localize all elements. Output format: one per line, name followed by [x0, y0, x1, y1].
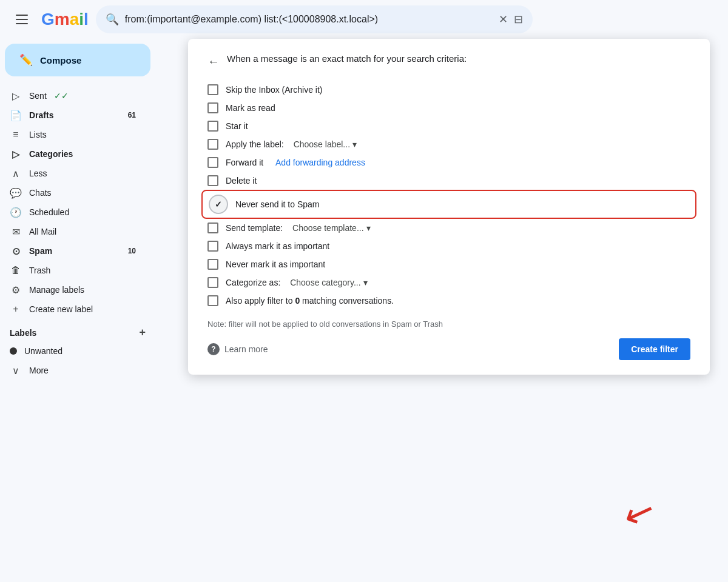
create-filter-button[interactable]: Create filter: [619, 338, 690, 360]
filter-option-send-template: Send template: Choose template... ▾: [207, 219, 690, 237]
help-icon: ?: [207, 343, 220, 355]
category-dropdown[interactable]: Choose category... ▾: [290, 278, 367, 287]
compose-label: Compose: [40, 55, 81, 65]
filter-option-star: Star it: [207, 117, 690, 135]
sidebar-item-lists[interactable]: ≡ Lists: [0, 125, 146, 144]
drafts-icon: 📄: [10, 110, 22, 121]
filter-panel: ← When a message is an exact match for y…: [188, 39, 710, 375]
search-bar: 🔍 from:(important@example.com) list:(<10…: [96, 5, 533, 33]
back-button[interactable]: ←: [207, 55, 220, 69]
sidebar-item-label: Sent: [29, 91, 47, 101]
search-input[interactable]: from:(important@example.com) list:(<1000…: [125, 14, 493, 25]
sidebar-item-less[interactable]: ∧ Less: [0, 164, 146, 183]
filter-option-also-apply: Also apply filter to 0 matching conversa…: [207, 292, 690, 310]
sidebar-item-categories[interactable]: ▷ Categories: [0, 144, 146, 164]
sidebar-item-label: Trash: [29, 266, 50, 275]
chats-icon: 💬: [10, 187, 22, 199]
sidebar-item-allmail[interactable]: ✉ All Mail: [0, 222, 146, 241]
filter-option-skip-inbox: Skip the Inbox (Archive it): [207, 81, 690, 99]
sidebar-item-create-label[interactable]: + Create new label: [0, 299, 146, 319]
sent-icon: ▷: [10, 90, 22, 102]
skip-inbox-checkbox[interactable]: [207, 84, 218, 95]
sidebar-item-label: All Mail: [29, 227, 56, 236]
sidebar-item-unwanted[interactable]: Unwanted: [0, 341, 146, 361]
label-dropdown[interactable]: Choose label... ▾: [294, 139, 357, 149]
sidebar: ✏️ Compose ▷ Sent ✓✓ 📄 Drafts 61 ≡ Lists…: [0, 39, 155, 582]
send-template-text: Send template:: [226, 223, 285, 233]
sidebar-item-drafts[interactable]: 📄 Drafts 61: [0, 105, 146, 125]
categories-icon: ▷: [10, 149, 22, 160]
filter-option-never-important: Never mark it as important: [207, 255, 690, 273]
spam-icon: ⊙: [10, 246, 22, 257]
search-options-icon[interactable]: ⊟: [514, 13, 523, 26]
filter-panel-wrapper: ← When a message is an exact match for y…: [188, 39, 728, 375]
sidebar-item-label: Categories: [29, 149, 73, 159]
expand-icon: ∨: [10, 365, 22, 376]
filter-option-delete: Delete it: [207, 172, 690, 190]
also-apply-checkbox[interactable]: [207, 295, 218, 306]
never-spam-checkbox[interactable]: ✓: [209, 195, 228, 214]
never-spam-label: Never send it to Spam: [235, 199, 320, 209]
filter-note: Note: filter will not be applied to old …: [207, 319, 690, 329]
sidebar-item-label: Drafts: [29, 110, 53, 120]
sidebar-item-label: Create new label: [29, 304, 93, 314]
apply-label-text: Apply the label:: [226, 139, 286, 149]
sidebar-item-label: Less: [29, 169, 47, 178]
template-dropdown[interactable]: Choose template... ▾: [292, 223, 371, 233]
sidebar-item-manage-labels[interactable]: ⚙ Manage labels: [0, 280, 146, 299]
send-template-checkbox[interactable]: [207, 222, 218, 233]
less-icon: ∧: [10, 168, 22, 179]
always-important-label: Always mark it as important: [226, 241, 329, 251]
gmail-logo: Gmail: [41, 10, 89, 29]
dropdown-arrow-icon: ▾: [352, 139, 357, 149]
never-important-checkbox[interactable]: [207, 259, 218, 270]
mark-read-label: Mark as read: [226, 103, 275, 113]
forward-checkbox[interactable]: [207, 157, 218, 168]
lists-icon: ≡: [10, 129, 22, 140]
dropdown-arrow-icon: ▾: [363, 278, 368, 287]
allmail-icon: ✉: [10, 226, 22, 238]
filter-option-apply-label: Apply the label: Choose label... ▾: [207, 135, 690, 153]
hamburger-menu[interactable]: [10, 7, 34, 32]
gear-icon: ⚙: [10, 284, 22, 296]
apply-label-checkbox[interactable]: [207, 139, 218, 150]
sidebar-item-label: Spam: [29, 246, 52, 256]
sidebar-item-scheduled[interactable]: 🕐 Scheduled: [0, 202, 146, 222]
spam-badge: 10: [128, 247, 136, 255]
filter-header: ← When a message is an exact match for y…: [207, 53, 690, 69]
search-icon: 🔍: [106, 13, 119, 26]
star-checkbox[interactable]: [207, 121, 218, 132]
labels-heading: Labels: [10, 328, 36, 338]
sidebar-item-trash[interactable]: 🗑 Trash: [0, 261, 146, 280]
scheduled-icon: 🕐: [10, 207, 22, 218]
always-important-checkbox[interactable]: [207, 241, 218, 252]
mark-read-checkbox[interactable]: [207, 102, 218, 113]
sidebar-item-chats[interactable]: 💬 Chats: [0, 183, 146, 202]
never-spam-check: ✓: [215, 199, 222, 209]
label-dot-unwanted: [10, 347, 17, 355]
filter-option-always-important: Always mark it as important: [207, 237, 690, 255]
compose-button[interactable]: ✏️ Compose: [5, 44, 150, 76]
sidebar-item-label: Manage labels: [29, 285, 84, 295]
dropdown-arrow-icon: ▾: [366, 223, 371, 233]
topbar: Gmail 🔍 from:(important@example.com) lis…: [0, 0, 728, 39]
learn-more-link[interactable]: ? Learn more: [207, 343, 268, 355]
delete-label: Delete it: [226, 176, 257, 186]
learn-more-label: Learn more: [224, 344, 268, 354]
drafts-badge: 61: [128, 111, 136, 119]
sidebar-item-spam[interactable]: ⊙ Spam 10: [0, 241, 146, 261]
add-label-icon[interactable]: +: [139, 326, 146, 339]
sidebar-item-more[interactable]: ∨ More: [0, 361, 146, 380]
filter-option-never-spam: ✓ Never send it to Spam: [201, 190, 696, 219]
categorize-checkbox[interactable]: [207, 277, 218, 288]
main-layout: ✏️ Compose ▷ Sent ✓✓ 📄 Drafts 61 ≡ Lists…: [0, 39, 728, 582]
star-label: Star it: [226, 121, 248, 131]
search-clear-icon[interactable]: ✕: [499, 13, 508, 26]
add-forwarding-link[interactable]: Add forwarding address: [275, 158, 365, 167]
sidebar-item-label: Chats: [29, 188, 52, 198]
delete-checkbox[interactable]: [207, 175, 218, 186]
categorize-text: Categorize as:: [226, 278, 283, 287]
plus-icon: +: [10, 304, 22, 315]
sidebar-item-label: More: [29, 366, 49, 375]
sidebar-item-sent[interactable]: ▷ Sent ✓✓: [0, 86, 146, 105]
